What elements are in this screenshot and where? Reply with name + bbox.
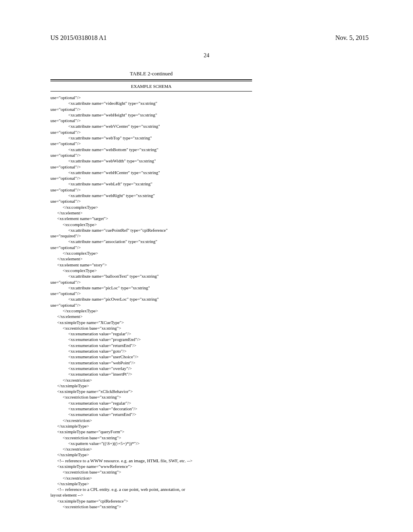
table-subtitle: EXAMPLE SCHEMA — [50, 84, 252, 89]
table-title: TABLE 2-continued — [50, 71, 252, 77]
table-rule-top — [50, 79, 252, 81]
page: US 2015/0318018 A1 Nov. 5, 2015 24 TABLE… — [0, 0, 413, 532]
table-container: TABLE 2-continued EXAMPLE SCHEMA use="op… — [50, 71, 252, 509]
publication-number: US 2015/0318018 A1 — [50, 34, 107, 42]
schema-code: use="optional"/> <xs:attribute name="vid… — [50, 95, 252, 509]
page-number: 24 — [0, 52, 413, 59]
publication-date: Nov. 5, 2015 — [335, 34, 369, 42]
table-rule-mid — [50, 91, 252, 91]
